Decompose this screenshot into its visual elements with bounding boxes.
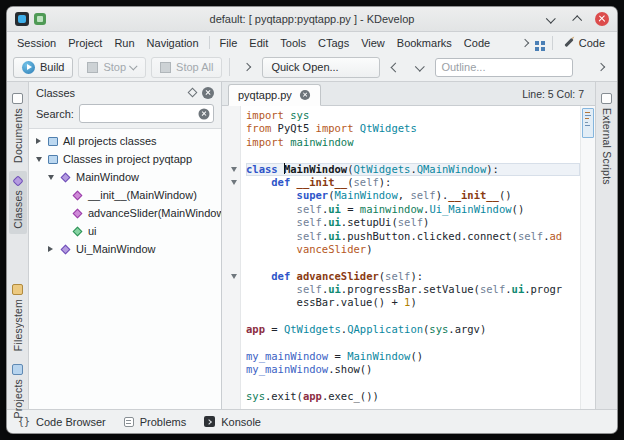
expander-open-icon[interactable] — [46, 175, 55, 180]
outline-input[interactable] — [435, 58, 573, 77]
status-item-konsole[interactable]: Konsole — [204, 416, 261, 428]
code-line[interactable]: import mainwindow — [246, 136, 580, 149]
tree-item-all-projects-classes[interactable]: All projects classes — [29, 132, 221, 150]
code-line[interactable] — [246, 256, 580, 269]
code-line[interactable] — [246, 377, 580, 390]
code-line[interactable] — [246, 149, 580, 162]
code-line[interactable]: self.ui.setupUi(self) — [246, 216, 580, 229]
minimap-line — [585, 122, 588, 123]
classes-panel-title: Classes — [36, 87, 189, 99]
minimap-viewport[interactable] — [582, 108, 594, 138]
code-line[interactable] — [246, 337, 580, 350]
code-line[interactable]: essBar.value() + 1) — [246, 296, 580, 309]
menu-item-navigation[interactable]: Navigation — [141, 35, 205, 51]
tab-pyqtapp-py[interactable]: pyqtapp.py — [228, 84, 321, 106]
fold-expanded-icon[interactable] — [231, 180, 237, 185]
editor-scrollbar[interactable] — [580, 106, 595, 409]
document-tabbar: pyqtapp.py Line: 5 Col: 7 — [222, 82, 595, 106]
status-item-label: Problems — [140, 416, 186, 428]
menu-item-ctags[interactable]: CTags — [312, 35, 355, 51]
toolbar-expand-button[interactable] — [237, 56, 257, 79]
code-line[interactable]: self.ui.pushButton.clicked.connect(self.… — [246, 230, 580, 243]
detach-toolview-icon[interactable] — [188, 88, 198, 98]
code-area-label: Code — [579, 37, 605, 49]
code-line[interactable]: super(MainWindow, self).__init__() — [246, 189, 580, 202]
fold-margin-row — [222, 109, 240, 122]
tab-close-icon[interactable] — [300, 90, 310, 100]
build-button[interactable]: Build — [13, 57, 73, 78]
nav-dropdown-button[interactable] — [410, 56, 430, 79]
code-line[interactable]: my_mainWindow.show() — [246, 363, 580, 376]
tab-label: pyqtapp.py — [238, 89, 292, 101]
status-item-code-browser[interactable]: Code Browser — [18, 416, 106, 428]
menu-item-view[interactable]: View — [355, 35, 391, 51]
code-line[interactable]: def advanceSlider(self): — [246, 270, 580, 283]
left-tab-classes[interactable]: Classes — [9, 171, 27, 234]
code-line[interactable]: self.ui = mainwindow.Ui_MainWindow() — [246, 203, 580, 216]
fold-margin-row — [222, 363, 240, 376]
code-line[interactable] — [246, 310, 580, 323]
maximize-button[interactable] — [569, 12, 584, 27]
documents-icon — [12, 93, 23, 104]
statusbar: Code BrowserProblemsKonsole — [7, 409, 617, 433]
menu-item-edit[interactable]: Edit — [243, 35, 274, 51]
code-line[interactable]: my_mainWindow = MainWindow() — [246, 350, 580, 363]
area-switcher-icon[interactable] — [535, 41, 539, 45]
tree-item-mainwindow[interactable]: MainWindow — [29, 168, 221, 186]
close-button[interactable] — [594, 12, 609, 27]
menu-item-bookmarks[interactable]: Bookmarks — [391, 35, 458, 51]
toolbar-separator — [229, 58, 230, 76]
code-line[interactable]: sys.exit(app.exec_()) — [246, 390, 580, 403]
menu-item-code[interactable]: Code — [458, 35, 496, 51]
status-item-problems[interactable]: Problems — [124, 416, 186, 428]
code-line[interactable]: from PyQt5 import QtWidgets — [246, 122, 580, 135]
left-tab-projects[interactable]: Projects — [9, 359, 27, 424]
minimize-button[interactable] — [544, 12, 559, 27]
code-line[interactable]: import sys — [246, 109, 580, 122]
toolbar-overflow-button[interactable] — [591, 56, 611, 79]
tree-item-advanceslider-mainwindow[interactable]: advanceSlider(MainWindow) — [29, 204, 221, 222]
toolview-tab-label: Filesystem — [12, 299, 24, 351]
fold-expanded-icon[interactable] — [231, 167, 237, 172]
titlebar[interactable]: default: [ pyqtapp:pyqtapp.py ] - KDevel… — [7, 7, 617, 32]
stop-all-button[interactable]: Stop All — [151, 57, 222, 78]
tree-item-init-mainwindow[interactable]: __init__(MainWindow) — [29, 186, 221, 204]
code-area-button[interactable]: Code — [560, 35, 609, 51]
menu-item-file[interactable]: File — [214, 35, 244, 51]
code-line[interactable]: vanceSlider) — [246, 243, 580, 256]
menubar-overflow-icon[interactable] — [520, 38, 528, 46]
stop-button[interactable]: Stop — [78, 57, 146, 78]
fold-expanded-icon[interactable] — [231, 274, 237, 279]
menubar-separator — [552, 36, 553, 50]
toolbar: Build Stop Stop All Quick Open... — [7, 53, 617, 82]
quick-open-button[interactable]: Quick Open... — [262, 57, 380, 78]
tree-item-ui[interactable]: ui — [29, 222, 221, 240]
stop-dropdown-icon — [129, 62, 137, 70]
code-line[interactable]: self.ui.progressBar.setValue(self.ui.pro… — [246, 283, 580, 296]
classes-search-input[interactable] — [79, 104, 214, 123]
menu-item-run[interactable]: Run — [108, 35, 140, 51]
left-tab-filesystem[interactable]: Filesystem — [9, 279, 27, 356]
code-line[interactable]: class MainWindow(QtWidgets.QMainWindow): — [246, 163, 580, 176]
session-icon — [34, 13, 46, 25]
menu-item-tools[interactable]: Tools — [274, 35, 312, 51]
minimize-icon — [546, 13, 556, 23]
left-tab-documents[interactable]: Documents — [9, 88, 27, 168]
menu-item-session[interactable]: Session — [11, 35, 62, 51]
menu-item-project[interactable]: Project — [62, 35, 108, 51]
code-line[interactable]: app = QtWidgets.QApplication(sys.argv) — [246, 323, 580, 336]
close-toolview-icon[interactable] — [202, 87, 214, 99]
kdevelop-window: default: [ pyqtapp:pyqtapp.py ] - KDevel… — [6, 6, 618, 434]
classes-toolview: Classes Search: All projects classesClas… — [29, 82, 222, 409]
right-tab-external-scripts[interactable]: External Scripts — [598, 88, 616, 190]
expander-closed-icon[interactable] — [46, 246, 55, 252]
code-line[interactable]: def __init__(self): — [246, 176, 580, 189]
code-editor[interactable]: import sysfrom PyQt5 import QtWidgetsimp… — [241, 106, 580, 409]
expander-open-icon[interactable] — [34, 157, 43, 162]
nav-back-button[interactable] — [385, 56, 405, 79]
fold-margin-row — [222, 216, 240, 229]
search-clear-icon[interactable] — [198, 108, 209, 119]
tree-item-ui-mainwindow[interactable]: Ui_MainWindow — [29, 240, 221, 258]
tree-item-classes-in-project-pyqtapp[interactable]: Classes in project pyqtapp — [29, 150, 221, 168]
expander-closed-icon[interactable] — [34, 138, 43, 144]
